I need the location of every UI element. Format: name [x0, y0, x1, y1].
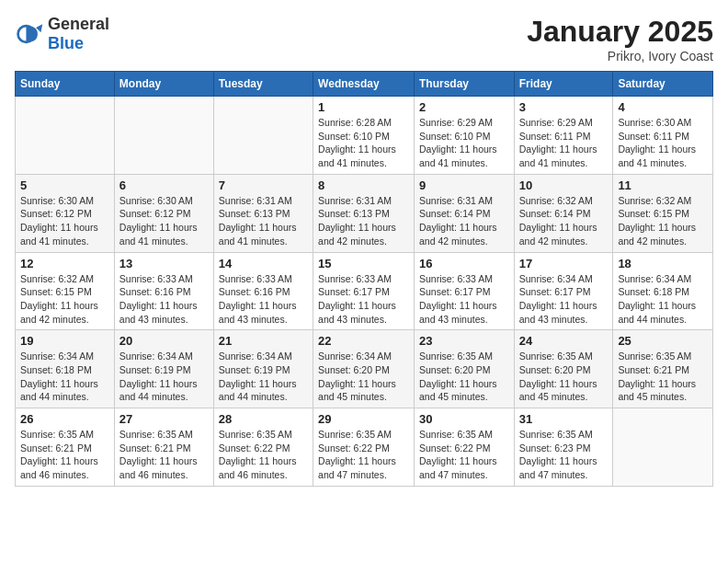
calendar-cell	[213, 97, 313, 175]
calendar-cell: 24Sunrise: 6:35 AM Sunset: 6:20 PM Dayli…	[514, 330, 613, 408]
day-number: 9	[419, 178, 509, 192]
calendar-cell: 10Sunrise: 6:32 AM Sunset: 6:14 PM Dayli…	[514, 174, 613, 252]
calendar-cell: 9Sunrise: 6:31 AM Sunset: 6:14 PM Daylig…	[414, 174, 514, 252]
location-subtitle: Prikro, Ivory Coast	[527, 49, 713, 63]
day-number: 26	[20, 412, 109, 426]
day-info: Sunrise: 6:35 AM Sunset: 6:22 PM Dayligh…	[419, 428, 509, 482]
day-info: Sunrise: 6:34 AM Sunset: 6:18 PM Dayligh…	[20, 350, 109, 404]
day-number: 23	[419, 334, 509, 348]
day-info: Sunrise: 6:34 AM Sunset: 6:17 PM Dayligh…	[519, 272, 609, 327]
title-block: January 2025 Prikro, Ivory Coast	[527, 15, 713, 63]
calendar-cell: 17Sunrise: 6:34 AM Sunset: 6:17 PM Dayli…	[514, 252, 613, 330]
calendar-cell: 5Sunrise: 6:30 AM Sunset: 6:12 PM Daylig…	[16, 174, 115, 252]
day-info: Sunrise: 6:33 AM Sunset: 6:17 PM Dayligh…	[318, 272, 409, 327]
day-number: 11	[618, 178, 708, 192]
day-info: Sunrise: 6:31 AM Sunset: 6:13 PM Dayligh…	[219, 194, 308, 248]
calendar-cell: 26Sunrise: 6:35 AM Sunset: 6:21 PM Dayli…	[16, 408, 115, 487]
day-info: Sunrise: 6:34 AM Sunset: 6:19 PM Dayligh…	[219, 350, 308, 404]
weekday-header: Thursday	[414, 72, 514, 97]
day-info: Sunrise: 6:32 AM Sunset: 6:15 PM Dayligh…	[20, 272, 109, 327]
day-number: 28	[219, 412, 308, 426]
calendar-cell: 29Sunrise: 6:35 AM Sunset: 6:22 PM Dayli…	[313, 408, 415, 487]
day-info: Sunrise: 6:35 AM Sunset: 6:22 PM Dayligh…	[219, 428, 308, 482]
day-number: 14	[219, 257, 308, 270]
calendar-cell: 18Sunrise: 6:34 AM Sunset: 6:18 PM Dayli…	[613, 252, 713, 330]
day-number: 2	[419, 100, 509, 114]
day-info: Sunrise: 6:30 AM Sunset: 6:12 PM Dayligh…	[119, 194, 209, 248]
day-info: Sunrise: 6:34 AM Sunset: 6:19 PM Dayligh…	[119, 350, 209, 404]
calendar-cell: 15Sunrise: 6:33 AM Sunset: 6:17 PM Dayli…	[313, 252, 415, 330]
logo: General Blue	[15, 15, 109, 53]
day-number: 22	[318, 334, 409, 348]
day-info: Sunrise: 6:33 AM Sunset: 6:17 PM Dayligh…	[419, 272, 509, 327]
calendar-cell: 31Sunrise: 6:35 AM Sunset: 6:23 PM Dayli…	[514, 408, 613, 487]
day-info: Sunrise: 6:35 AM Sunset: 6:20 PM Dayligh…	[419, 350, 509, 404]
day-number: 13	[119, 257, 209, 270]
day-number: 27	[119, 412, 209, 426]
day-number: 1	[318, 100, 409, 114]
calendar-cell: 16Sunrise: 6:33 AM Sunset: 6:17 PM Dayli…	[414, 252, 514, 330]
calendar-cell	[613, 408, 713, 487]
calendar-cell: 20Sunrise: 6:34 AM Sunset: 6:19 PM Dayli…	[114, 330, 213, 408]
weekday-header: Friday	[514, 72, 613, 97]
day-number: 17	[519, 257, 609, 270]
day-number: 16	[419, 257, 509, 270]
calendar-cell: 4Sunrise: 6:30 AM Sunset: 6:11 PM Daylig…	[613, 97, 713, 175]
calendar-cell: 14Sunrise: 6:33 AM Sunset: 6:16 PM Dayli…	[213, 252, 313, 330]
logo-general-text: General	[48, 15, 109, 33]
day-info: Sunrise: 6:35 AM Sunset: 6:22 PM Dayligh…	[318, 428, 409, 482]
day-info: Sunrise: 6:33 AM Sunset: 6:16 PM Dayligh…	[219, 272, 308, 327]
calendar-cell: 30Sunrise: 6:35 AM Sunset: 6:22 PM Dayli…	[414, 408, 514, 487]
day-info: Sunrise: 6:35 AM Sunset: 6:21 PM Dayligh…	[119, 428, 209, 482]
day-info: Sunrise: 6:31 AM Sunset: 6:14 PM Dayligh…	[419, 194, 509, 248]
day-number: 7	[219, 178, 308, 192]
calendar-cell	[16, 97, 115, 175]
calendar-header: SundayMondayTuesdayWednesdayThursdayFrid…	[16, 72, 713, 97]
day-info: Sunrise: 6:32 AM Sunset: 6:15 PM Dayligh…	[618, 194, 708, 248]
calendar-cell: 28Sunrise: 6:35 AM Sunset: 6:22 PM Dayli…	[213, 408, 313, 487]
day-number: 10	[519, 178, 609, 192]
calendar-cell: 12Sunrise: 6:32 AM Sunset: 6:15 PM Dayli…	[16, 252, 115, 330]
calendar-cell: 25Sunrise: 6:35 AM Sunset: 6:21 PM Dayli…	[613, 330, 713, 408]
calendar-cell: 3Sunrise: 6:29 AM Sunset: 6:11 PM Daylig…	[514, 97, 613, 175]
day-number: 21	[219, 334, 308, 348]
day-number: 25	[618, 334, 708, 348]
day-number: 15	[318, 257, 409, 270]
day-number: 29	[318, 412, 409, 426]
calendar-cell: 8Sunrise: 6:31 AM Sunset: 6:13 PM Daylig…	[313, 174, 415, 252]
weekday-header: Sunday	[16, 72, 115, 97]
day-number: 4	[618, 100, 708, 114]
day-info: Sunrise: 6:30 AM Sunset: 6:11 PM Dayligh…	[618, 116, 708, 170]
day-number: 18	[618, 257, 708, 270]
weekday-header: Saturday	[613, 72, 713, 97]
weekday-header: Wednesday	[313, 72, 415, 97]
day-info: Sunrise: 6:32 AM Sunset: 6:14 PM Dayligh…	[519, 194, 609, 248]
calendar-cell: 13Sunrise: 6:33 AM Sunset: 6:16 PM Dayli…	[114, 252, 213, 330]
calendar-cell: 21Sunrise: 6:34 AM Sunset: 6:19 PM Dayli…	[213, 330, 313, 408]
day-number: 19	[20, 334, 109, 348]
weekday-header: Monday	[114, 72, 213, 97]
calendar-cell: 23Sunrise: 6:35 AM Sunset: 6:20 PM Dayli…	[414, 330, 514, 408]
logo-blue-text: Blue	[48, 34, 84, 52]
day-info: Sunrise: 6:30 AM Sunset: 6:12 PM Dayligh…	[20, 194, 109, 248]
page-header: General Blue January 2025 Prikro, Ivory …	[15, 15, 713, 63]
day-number: 24	[519, 334, 609, 348]
day-info: Sunrise: 6:35 AM Sunset: 6:23 PM Dayligh…	[519, 428, 609, 482]
calendar-cell: 2Sunrise: 6:29 AM Sunset: 6:10 PM Daylig…	[414, 97, 514, 175]
day-info: Sunrise: 6:29 AM Sunset: 6:11 PM Dayligh…	[519, 116, 609, 170]
day-number: 8	[318, 178, 409, 192]
day-info: Sunrise: 6:31 AM Sunset: 6:13 PM Dayligh…	[318, 194, 409, 248]
day-info: Sunrise: 6:35 AM Sunset: 6:21 PM Dayligh…	[618, 350, 708, 404]
day-number: 12	[20, 257, 109, 270]
day-info: Sunrise: 6:34 AM Sunset: 6:18 PM Dayligh…	[618, 272, 708, 327]
calendar-table: SundayMondayTuesdayWednesdayThursdayFrid…	[15, 71, 713, 487]
day-info: Sunrise: 6:35 AM Sunset: 6:20 PM Dayligh…	[519, 350, 609, 404]
day-info: Sunrise: 6:28 AM Sunset: 6:10 PM Dayligh…	[318, 116, 409, 170]
day-number: 31	[519, 412, 609, 426]
weekday-header: Tuesday	[213, 72, 313, 97]
day-info: Sunrise: 6:29 AM Sunset: 6:10 PM Dayligh…	[419, 116, 509, 170]
day-info: Sunrise: 6:33 AM Sunset: 6:16 PM Dayligh…	[119, 272, 209, 327]
calendar-cell: 22Sunrise: 6:34 AM Sunset: 6:20 PM Dayli…	[313, 330, 415, 408]
day-number: 6	[119, 178, 209, 192]
month-title: January 2025	[527, 15, 713, 49]
